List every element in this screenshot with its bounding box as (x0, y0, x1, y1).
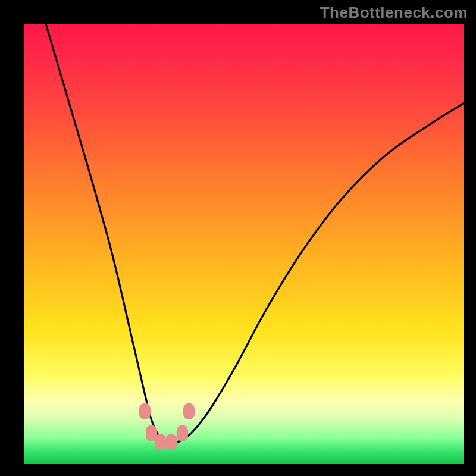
marker-point (177, 425, 188, 441)
chart-frame: TheBottleneck.com (0, 0, 476, 476)
marker-point (139, 403, 151, 419)
curve-markers (139, 403, 195, 450)
marker-point (155, 434, 166, 450)
plot-area (24, 24, 464, 464)
bottleneck-curve (46, 24, 464, 443)
curve-layer (24, 24, 464, 464)
marker-point (183, 403, 195, 419)
marker-point (165, 434, 177, 450)
watermark-text: TheBottleneck.com (320, 4, 468, 22)
